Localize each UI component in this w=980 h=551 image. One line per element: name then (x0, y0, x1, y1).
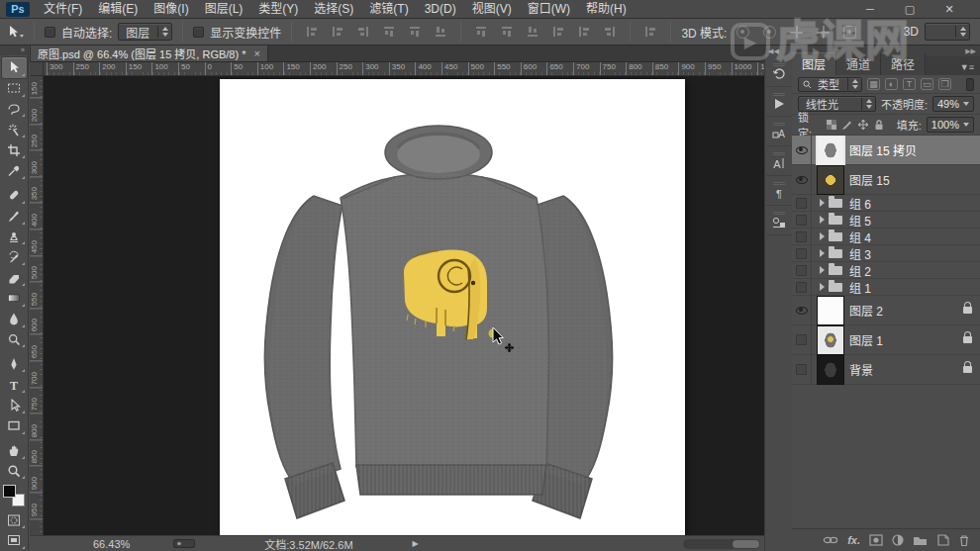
align-centers-v-icon[interactable] (409, 25, 421, 39)
expand-arrow-icon[interactable] (820, 232, 825, 240)
layer-row-1[interactable]: 图层 1 (792, 325, 980, 355)
lock-position-icon[interactable] (857, 119, 868, 131)
align-left-edges-icon[interactable] (305, 26, 319, 38)
character-panel-icon[interactable]: A (766, 146, 792, 176)
expand-arrow-icon[interactable] (820, 216, 825, 224)
new-layer-icon[interactable] (936, 534, 949, 546)
expand-arrow-icon[interactable] (820, 266, 825, 274)
gradient-tool[interactable] (2, 288, 27, 309)
close-button[interactable]: ✕ (936, 1, 962, 17)
layer-name[interactable]: 图层 1 (849, 331, 883, 348)
menu-window[interactable]: 窗口(W) (520, 0, 578, 18)
fill-value-box[interactable]: 100% (927, 117, 974, 133)
delete-layer-icon[interactable] (958, 534, 970, 547)
history-brush-tool[interactable] (2, 246, 27, 267)
menu-filter[interactable]: 滤镜(T) (361, 0, 416, 18)
type-tool[interactable]: T (2, 374, 27, 395)
zoom-tool[interactable] (2, 461, 27, 482)
document-canvas[interactable] (220, 79, 685, 535)
menu-image[interactable]: 图像(I) (146, 0, 196, 18)
panel-menu-icon[interactable]: ▼≡ (960, 62, 980, 75)
group-name[interactable]: 组 6 (849, 195, 871, 212)
history-panel-icon[interactable] (766, 57, 792, 87)
collapse-panel-icon[interactable]: ▶▶ (965, 47, 976, 55)
3d-scale-icon[interactable] (843, 26, 856, 39)
actions-panel-icon[interactable] (766, 87, 792, 117)
move-tool-preset-icon[interactable] (6, 25, 24, 39)
menu-3d[interactable]: 3D(D) (417, 0, 464, 18)
path-select-tool[interactable] (2, 395, 27, 415)
layer-row-background[interactable]: 背景 (792, 355, 980, 385)
group-row-1[interactable]: 组 1 (792, 279, 980, 296)
filter-type-dropdown[interactable]: 类型 (798, 77, 862, 92)
lock-pixels-icon[interactable] (841, 119, 852, 131)
vertical-ruler[interactable]: 1502002503003504004505005506006507007508… (30, 76, 44, 535)
3d-drag-icon[interactable] (790, 26, 803, 39)
lock-transparency-icon[interactable] (826, 119, 836, 131)
lasso-tool[interactable] (2, 99, 27, 120)
visibility-toggle[interactable] (792, 262, 812, 278)
group-row-6[interactable]: 组 6 (792, 195, 980, 212)
group-name[interactable]: 组 5 (849, 212, 871, 229)
lock-all-icon[interactable] (873, 119, 884, 131)
add-mask-icon[interactable] (869, 534, 883, 546)
expand-arrow-icon[interactable] (820, 283, 825, 291)
layer-name[interactable]: 图层 15 拷贝 (849, 141, 917, 158)
horizontal-ruler[interactable]: 3002502001501005005010015020025030035040… (44, 62, 764, 76)
expand-arrow-icon[interactable] (820, 199, 825, 207)
layer-thumbnail[interactable] (818, 356, 843, 384)
opacity-value-box[interactable]: 49% (932, 96, 974, 112)
healing-brush-tool[interactable] (2, 185, 27, 206)
tab-channels[interactable]: 通道 (836, 53, 881, 75)
auto-select-dropdown[interactable]: 图层 (118, 23, 172, 41)
filter-kind-adjust-icon[interactable]: ◐ (885, 78, 898, 90)
zoom-level[interactable]: 66.43% (93, 538, 130, 550)
align-right-edges-icon[interactable] (356, 26, 370, 38)
visibility-toggle[interactable] (792, 212, 812, 228)
ruler-origin-corner[interactable] (30, 62, 44, 76)
group-name[interactable]: 组 4 (849, 229, 871, 245)
layer-row-15[interactable]: 图层 15 (792, 165, 980, 195)
3d-rotate-icon[interactable] (736, 26, 749, 39)
visibility-toggle[interactable] (792, 136, 812, 164)
status-popup-arrow[interactable]: ▶ (413, 539, 419, 548)
show-transform-checkbox[interactable] (193, 27, 204, 38)
group-row-5[interactable]: 组 5 (792, 212, 980, 229)
filter-kind-image-icon[interactable]: ▦ (867, 78, 880, 90)
collapse-tools-icon[interactable]: » (0, 46, 28, 55)
quick-mask-icon[interactable] (2, 509, 27, 530)
character-styles-panel-icon[interactable]: A (766, 117, 792, 146)
layer-thumbnail[interactable] (818, 137, 843, 164)
expand-dock-icon[interactable]: ◀◀ (765, 46, 792, 57)
align-centers-h-icon[interactable] (331, 26, 344, 38)
expand-arrow-icon[interactable] (820, 249, 825, 257)
filter-toggle-switch[interactable] (966, 78, 974, 91)
group-row-2[interactable]: 组 2 (792, 262, 980, 279)
3d-roll-icon[interactable] (763, 26, 776, 39)
visibility-toggle[interactable] (792, 279, 812, 295)
menu-help[interactable]: 帮助(H) (578, 0, 635, 18)
group-name[interactable]: 组 1 (849, 279, 871, 296)
filter-kind-type-icon[interactable]: T (903, 78, 916, 90)
filter-kind-shape-icon[interactable]: ▭ (921, 78, 933, 90)
filter-kind-smart-icon[interactable]: ❒ (938, 78, 951, 90)
paragraph-panel-icon[interactable]: ¶ (766, 176, 792, 206)
properties-panel-icon[interactable] (766, 206, 792, 235)
visibility-toggle[interactable] (792, 165, 812, 194)
layer-styles-icon[interactable]: fx. (847, 534, 860, 546)
layer-row-15-copy[interactable]: 图层 15 拷贝 (792, 136, 980, 165)
visibility-toggle[interactable] (792, 355, 812, 384)
clone-stamp-tool[interactable] (2, 227, 27, 247)
minimize-button[interactable]: ─ (857, 1, 883, 17)
document-tab[interactable]: 原图.psd @ 66.4% (图层 15 拷贝, RGB/8) * × (30, 45, 268, 61)
pen-tool[interactable] (2, 353, 27, 374)
layer-name[interactable]: 背景 (849, 361, 873, 378)
new-group-icon[interactable] (913, 534, 928, 546)
distribute-right-icon[interactable] (603, 26, 617, 38)
distribute-center-icon[interactable] (577, 26, 591, 38)
crop-tool[interactable] (2, 139, 27, 160)
tab-paths[interactable]: 路径 (881, 53, 926, 75)
menu-layer[interactable]: 图层(L) (197, 0, 251, 18)
blur-tool[interactable] (2, 309, 27, 329)
dodge-tool[interactable] (2, 329, 27, 350)
